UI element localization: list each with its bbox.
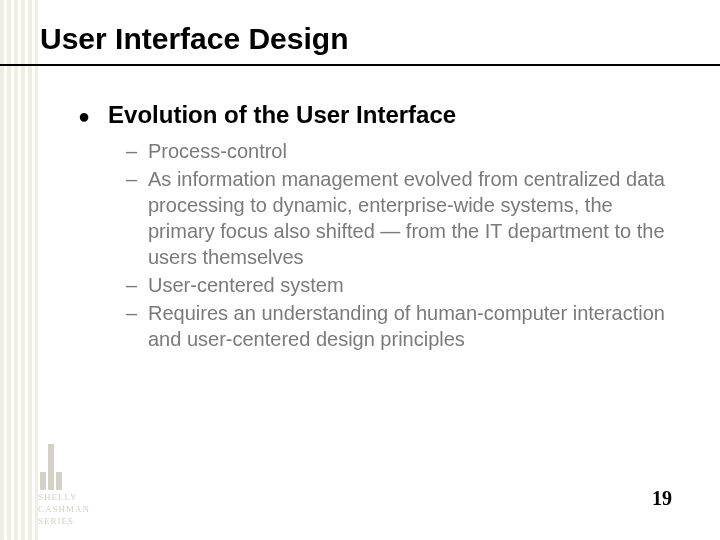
sub-bullet-text: User-centered system	[148, 272, 344, 298]
sub-bullet-text: Requires an understanding of human-compu…	[148, 300, 678, 352]
dash-marker: –	[126, 138, 148, 164]
page-number: 19	[652, 487, 672, 510]
logo-line3: SERIES	[38, 516, 100, 526]
bullet-text: Evolution of the User Interface	[108, 100, 456, 130]
dash-marker: –	[126, 166, 148, 192]
sub-bullet-list: – Process-control – As information manag…	[126, 138, 678, 352]
sub-bullet-item: – User-centered system	[126, 272, 678, 298]
slide-title: User Interface Design	[40, 22, 348, 56]
logo-line1: SHELLY	[38, 492, 100, 502]
sub-bullet-item: – Requires an understanding of human-com…	[126, 300, 678, 352]
dash-marker: –	[126, 300, 148, 326]
sub-bullet-text: As information management evolved from c…	[148, 166, 678, 270]
logo-line2: CASHMAN	[38, 504, 100, 514]
sub-bullet-text: Process-control	[148, 138, 287, 164]
bullet-marker: ●	[78, 103, 90, 129]
main-bullet: ● Evolution of the User Interface	[78, 100, 678, 130]
sub-bullet-item: – Process-control	[126, 138, 678, 164]
dash-marker: –	[126, 272, 148, 298]
title-underline	[0, 64, 720, 66]
series-logo: SHELLY CASHMAN SERIES	[40, 444, 100, 518]
content-area: ● Evolution of the User Interface – Proc…	[78, 100, 678, 354]
sub-bullet-item: – As information management evolved from…	[126, 166, 678, 270]
left-stripe-decoration	[0, 0, 38, 540]
